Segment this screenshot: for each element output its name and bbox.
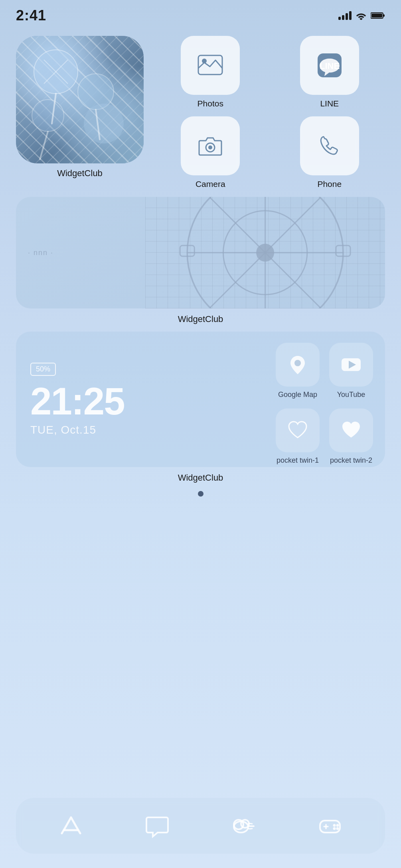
- twin1-label: pocket twin-1: [277, 456, 319, 465]
- apps-grid: Photos LINE LINE: [155, 36, 385, 189]
- weather-icon: [231, 813, 257, 839]
- widget-small-text: · nnn ·: [28, 249, 53, 257]
- widget-app-cell-youtube[interactable]: YouTube: [329, 343, 373, 399]
- svg-rect-1: [383, 14, 385, 17]
- home-screen: WidgetClub Photos: [0, 24, 401, 497]
- page-dots: [16, 491, 385, 497]
- svg-point-6: [84, 104, 124, 143]
- wifi-icon: [356, 11, 367, 20]
- ferris-wheel-decoration: [145, 197, 385, 308]
- map-label: Google Map: [278, 391, 317, 399]
- svg-rect-2: [371, 14, 382, 18]
- clock-date: TUE, Oct.15: [30, 424, 268, 436]
- camera-app-icon[interactable]: [181, 116, 240, 175]
- battery-badge: 50%: [30, 363, 56, 376]
- status-time: 2:41: [16, 7, 46, 24]
- app-cell-camera[interactable]: Camera: [155, 116, 266, 189]
- clock-right: Google Map YouTube: [268, 343, 373, 456]
- svg-point-43: [333, 827, 336, 830]
- line-app-icon[interactable]: LINE: [300, 36, 359, 95]
- svg-point-17: [208, 145, 212, 149]
- map-widget-icon[interactable]: [276, 343, 320, 387]
- top-row: WidgetClub Photos: [16, 36, 385, 189]
- widgetclub-large-label: WidgetClub: [57, 168, 103, 179]
- phone-app-icon[interactable]: [300, 116, 359, 175]
- photos-icon: [196, 51, 224, 79]
- svg-point-44: [336, 827, 339, 830]
- svg-line-9: [40, 132, 48, 159]
- twin2-label: pocket twin-2: [330, 456, 372, 465]
- widget-app-cell-map[interactable]: Google Map: [276, 343, 320, 399]
- dock-messages[interactable]: [141, 810, 173, 842]
- clock-left: 50% 21:25 TUE, Oct.15: [30, 343, 268, 456]
- map-icon: [286, 353, 309, 376]
- battery-icon: [371, 12, 385, 20]
- phone-icon: [316, 132, 344, 160]
- camera-label: Camera: [196, 179, 225, 189]
- clock-widget[interactable]: 50% 21:25 TUE, Oct.15 Google Map: [16, 332, 385, 467]
- widgetclub-large-app[interactable]: WidgetClub: [16, 36, 144, 179]
- candy-decoration: [16, 36, 144, 163]
- widgetclub-middle-label: WidgetClub: [178, 314, 223, 324]
- clock-widget-section: 50% 21:25 TUE, Oct.15 Google Map: [16, 332, 385, 483]
- status-icons: [338, 11, 385, 20]
- messages-icon: [144, 813, 170, 839]
- twin1-widget-icon[interactable]: [276, 408, 320, 452]
- dock-game[interactable]: [314, 810, 346, 842]
- youtube-widget-icon[interactable]: [329, 343, 373, 387]
- svg-point-5: [32, 100, 64, 132]
- svg-point-31: [294, 360, 301, 366]
- dock-appstore[interactable]: [55, 810, 87, 842]
- line-icon: LINE: [316, 51, 344, 79]
- photos-app-icon[interactable]: [181, 36, 240, 95]
- widget-app-cell-twin2[interactable]: pocket twin-2: [329, 408, 373, 465]
- game-icon: [317, 813, 343, 839]
- clock-time: 21:25: [30, 382, 268, 420]
- svg-point-42: [336, 824, 339, 827]
- app-cell-line[interactable]: LINE LINE: [274, 36, 385, 108]
- photos-label: Photos: [198, 99, 223, 108]
- youtube-label: YouTube: [337, 391, 365, 399]
- widgetclub-clock-label: WidgetClub: [178, 473, 223, 483]
- line-label: LINE: [320, 99, 339, 108]
- appstore-icon: [58, 813, 84, 839]
- heart-filled-icon: [340, 419, 362, 442]
- app-cell-photos[interactable]: Photos: [155, 36, 266, 108]
- dock: [16, 798, 385, 854]
- signal-bars-icon: [338, 11, 352, 20]
- dock-weather[interactable]: [228, 810, 260, 842]
- heart-outline-icon: [286, 419, 309, 442]
- widget-app-cell-twin1[interactable]: pocket twin-1: [276, 408, 320, 465]
- twin2-widget-icon[interactable]: [329, 408, 373, 452]
- wide-widget[interactable]: · nnn ·: [16, 197, 385, 308]
- middle-widget-section: · nnn ·: [16, 197, 385, 324]
- widgetclub-large-icon[interactable]: [16, 36, 144, 163]
- youtube-icon: [340, 353, 362, 376]
- page-dot-active: [198, 491, 203, 497]
- camera-icon: [196, 132, 224, 160]
- app-cell-phone[interactable]: Phone: [274, 116, 385, 189]
- status-bar: 2:41: [0, 0, 401, 24]
- svg-point-41: [333, 824, 336, 827]
- phone-label: Phone: [317, 179, 342, 189]
